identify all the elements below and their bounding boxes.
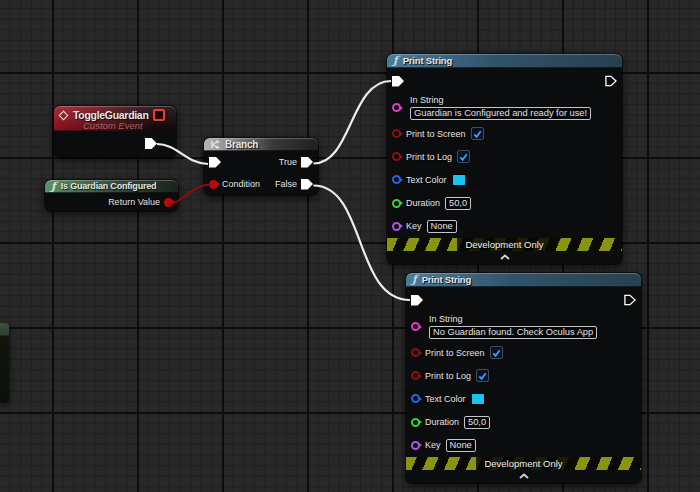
key-pin[interactable]: [411, 441, 420, 450]
duration-input[interactable]: 50,0: [464, 416, 490, 429]
text-color-label: Text Color: [425, 394, 466, 404]
in-string-pin[interactable]: [392, 103, 401, 112]
in-string-label: In String: [429, 313, 641, 325]
node-subtitle: Custom Event: [83, 121, 170, 131]
node-branch[interactable]: Branch True Condition False: [204, 138, 318, 195]
blueprint-canvas[interactable]: ToggleGuardian Custom Event ƒ Is Guardia…: [0, 0, 700, 492]
delegate-pin[interactable]: [153, 109, 165, 121]
false-label: False: [275, 179, 297, 189]
exec-in-pin[interactable]: [392, 76, 404, 87]
node-title: Is Guardian Configured: [61, 181, 157, 191]
duration-input[interactable]: 50,0: [445, 197, 471, 210]
function-icon: ƒ: [51, 181, 56, 192]
exec-out-pin[interactable]: [624, 294, 636, 306]
false-exec-pin[interactable]: [301, 179, 313, 190]
text-color-swatch[interactable]: [452, 174, 466, 186]
print-to-screen-checkbox[interactable]: [490, 346, 503, 359]
node-title: Print String: [403, 55, 452, 66]
development-only-banner: Development Only: [406, 457, 641, 470]
return-value-label: Return Value: [108, 197, 160, 207]
text-color-label: Text Color: [406, 175, 447, 185]
condition-label: Condition: [222, 179, 260, 189]
in-string-input[interactable]: No Guardian found. Check Oculus App: [429, 326, 597, 339]
node-title: Branch: [225, 139, 258, 150]
function-icon: ƒ: [412, 274, 417, 285]
wire-true-to-print-string[interactable]: [314, 81, 392, 164]
duration-label: Duration: [425, 417, 459, 427]
key-label: Key: [425, 440, 441, 450]
node-toggle-guardian[interactable]: ToggleGuardian Custom Event: [54, 106, 176, 157]
offscreen-node-edge[interactable]: [0, 323, 9, 403]
node-is-guardian-configured[interactable]: ƒ Is Guardian Configured Return Value: [45, 180, 178, 211]
node-header: Branch: [204, 138, 318, 151]
key-input[interactable]: None: [427, 220, 457, 233]
duration-pin[interactable]: [392, 199, 401, 208]
duration-label: Duration: [406, 198, 440, 208]
print-to-log-label: Print to Log: [425, 371, 471, 381]
exec-out-pin[interactable]: [605, 75, 617, 87]
key-input[interactable]: None: [446, 439, 476, 452]
return-value-pin[interactable]: [164, 198, 173, 207]
in-string-label: In String: [410, 94, 622, 106]
text-color-pin[interactable]: [411, 394, 420, 403]
key-label: Key: [406, 221, 422, 231]
node-header: ƒ Is Guardian Configured: [45, 180, 178, 193]
print-to-screen-label: Print to Screen: [406, 129, 466, 139]
event-icon: [59, 110, 69, 120]
duration-pin[interactable]: [411, 418, 420, 427]
exec-in-pin[interactable]: [411, 295, 423, 306]
exec-out-pin[interactable]: [145, 138, 157, 149]
key-pin[interactable]: [392, 222, 401, 231]
node-print-string-true[interactable]: ƒ Print String In String Guardian is Con…: [387, 54, 622, 264]
exec-in-pin[interactable]: [209, 157, 221, 168]
text-color-pin[interactable]: [392, 175, 401, 184]
node-header: ƒ Print String: [387, 54, 622, 68]
collapse-arrow[interactable]: [406, 470, 641, 483]
print-to-log-checkbox[interactable]: [476, 369, 489, 382]
in-string-input[interactable]: Guardian is Configured and ready for use…: [410, 107, 591, 120]
node-print-string-false[interactable]: ƒ Print String In String No Guardian fou…: [406, 273, 641, 483]
print-to-log-checkbox[interactable]: [457, 150, 470, 163]
print-to-log-pin[interactable]: [392, 152, 401, 161]
true-label: True: [279, 157, 297, 167]
development-only-banner: Development Only: [387, 238, 622, 251]
print-to-screen-label: Print to Screen: [425, 348, 485, 358]
function-icon: ƒ: [393, 55, 398, 66]
print-to-screen-pin[interactable]: [411, 348, 420, 357]
node-header: ƒ Print String: [406, 273, 641, 287]
condition-pin[interactable]: [209, 180, 218, 189]
print-to-log-label: Print to Log: [406, 152, 452, 162]
branch-icon: [210, 139, 221, 150]
true-exec-pin[interactable]: [301, 157, 313, 168]
collapse-arrow[interactable]: [387, 251, 622, 264]
print-to-screen-checkbox[interactable]: [471, 127, 484, 140]
text-color-swatch[interactable]: [471, 393, 485, 405]
node-header: ToggleGuardian Custom Event: [54, 106, 176, 131]
node-title: Print String: [422, 274, 471, 285]
print-to-log-pin[interactable]: [411, 371, 420, 380]
print-to-screen-pin[interactable]: [392, 129, 401, 138]
in-string-pin[interactable]: [411, 322, 420, 331]
